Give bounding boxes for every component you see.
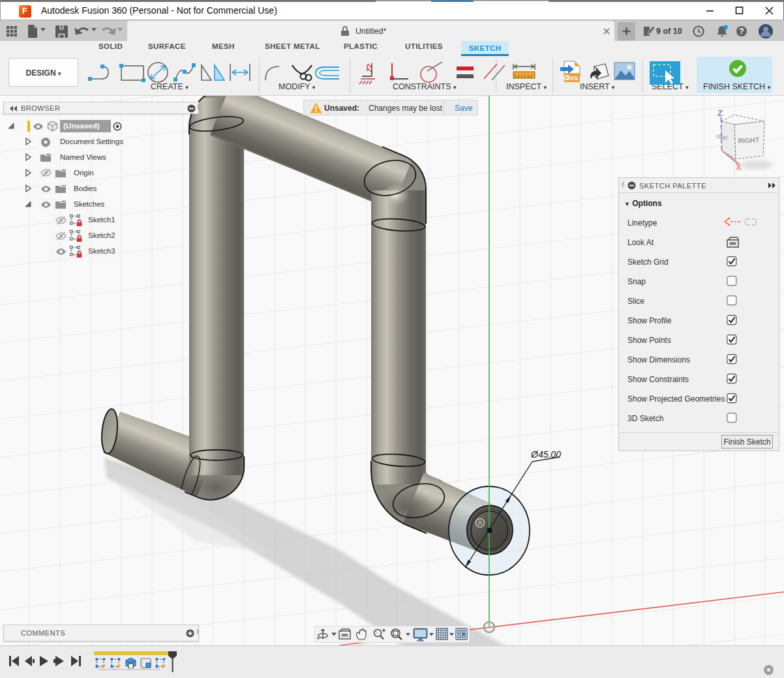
svg-text:Z: Z	[717, 108, 723, 118]
svg-text:Ø45.00: Ø45.00	[530, 449, 561, 460]
svg-text:RIGHT: RIGHT	[738, 136, 760, 145]
svg-text:X: X	[736, 162, 742, 172]
svg-text:?: ?	[739, 27, 744, 36]
